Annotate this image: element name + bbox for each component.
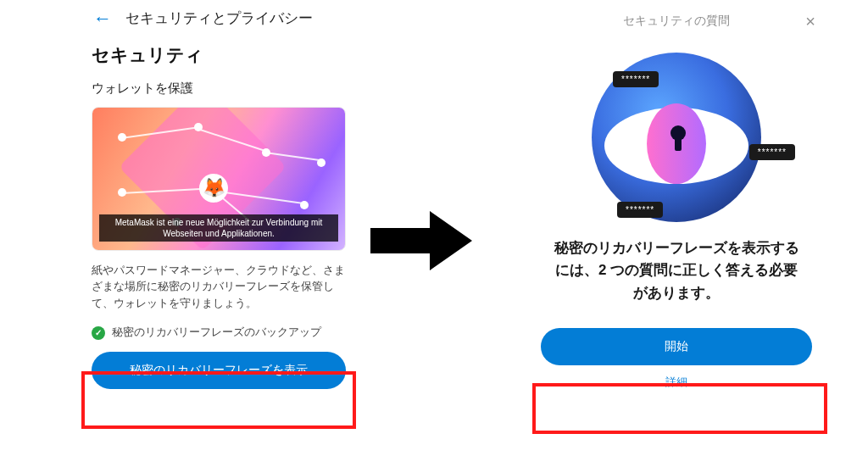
- close-icon[interactable]: ×: [805, 12, 815, 31]
- backup-status-row: ✓ 秘密のリカバリーフレーズのバックアップ: [92, 325, 346, 340]
- masked-chip: *******: [749, 144, 795, 160]
- metamask-fox-icon: 🦊: [199, 174, 228, 203]
- modal-header: セキュリティの質問 ×: [504, 14, 849, 29]
- header-row: ← セキュリティとプライバシー: [0, 5, 348, 28]
- modal-title: セキュリティの質問: [623, 14, 730, 29]
- start-button[interactable]: 開始: [541, 328, 812, 365]
- reveal-seed-phrase-button[interactable]: 秘密のリカバリーフレーズを表示: [92, 352, 346, 389]
- highlight-box-right: [532, 383, 827, 434]
- masked-chip: *******: [617, 202, 663, 218]
- subsection-title: ウォレットを保護: [92, 81, 331, 97]
- details-link[interactable]: 詳細: [504, 375, 849, 390]
- section-title: セキュリティ: [92, 43, 331, 67]
- svg-marker-0: [370, 211, 472, 270]
- arrow-right-icon: [370, 207, 472, 275]
- prompt-text: 秘密のリカバリーフレーズを表示するには、2 つの質問に正しく答える必要があります…: [549, 237, 804, 304]
- security-illustration: ******* ******* *******: [504, 53, 849, 222]
- security-section: セキュリティ ウォレットを保護 🦊 MetaMas: [0, 28, 348, 389]
- back-arrow-icon[interactable]: ←: [93, 9, 112, 28]
- settings-screen: ← セキュリティとプライバシー セキュリティ ウォレットを保護: [0, 0, 348, 456]
- protect-wallet-video[interactable]: 🦊 MetaMask ist eine neue Möglichkeit zur…: [92, 107, 346, 251]
- video-caption: MetaMask ist eine neue Möglichkeit zur V…: [99, 214, 338, 242]
- backup-status-label: 秘密のリカバリーフレーズのバックアップ: [112, 325, 321, 340]
- flow-arrow: [370, 207, 472, 275]
- eye-circle: ******* ******* *******: [592, 53, 761, 222]
- check-circle-icon: ✓: [92, 326, 105, 340]
- keyhole-icon: [670, 125, 686, 141]
- masked-chip: *******: [613, 71, 659, 87]
- protect-wallet-description: 紙やパスワードマネージャー、クラウドなど、さまざまな場所に秘密のリカバリーフレー…: [92, 263, 346, 312]
- security-questions-modal: セキュリティの質問 × ******* ******* ******* 秘密のリ…: [495, 0, 868, 456]
- page-title: セキュリティとプライバシー: [125, 8, 313, 28]
